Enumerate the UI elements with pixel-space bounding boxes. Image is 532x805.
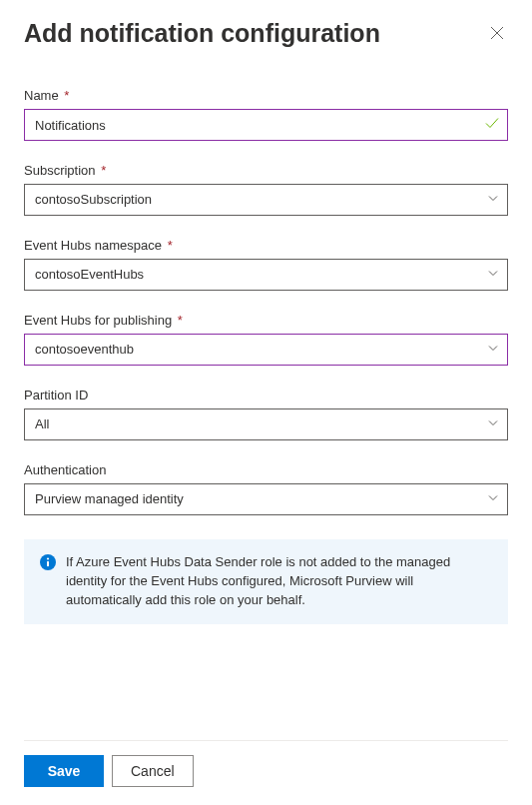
close-icon <box>490 26 504 40</box>
name-input-wrap <box>24 109 508 141</box>
save-button[interactable]: Save <box>24 755 104 787</box>
required-marker: * <box>178 313 183 328</box>
panel-header: Add notification configuration <box>24 18 508 48</box>
subscription-label: Subscription * <box>24 163 508 178</box>
name-field: Name * <box>24 88 508 141</box>
chevron-down-icon <box>487 343 499 358</box>
name-label: Name * <box>24 88 508 103</box>
panel-title: Add notification configuration <box>24 18 380 48</box>
svg-point-1 <box>47 557 49 559</box>
namespace-value: contosoEventHubs <box>25 260 507 290</box>
namespace-select[interactable]: contosoEventHubs <box>24 259 508 291</box>
namespace-field: Event Hubs namespace * contosoEventHubs <box>24 238 508 291</box>
subscription-value: contosoSubscription <box>25 185 507 215</box>
info-icon <box>40 554 56 573</box>
subscription-select[interactable]: contosoSubscription <box>24 184 508 216</box>
add-notification-panel: Add notification configuration Name * Su… <box>0 0 532 805</box>
partition-field: Partition ID All <box>24 388 508 440</box>
auth-value: Purview managed identity <box>25 484 507 514</box>
close-button[interactable] <box>486 22 508 44</box>
required-marker: * <box>64 88 69 103</box>
cancel-button[interactable]: Cancel <box>112 755 194 787</box>
chevron-down-icon <box>487 492 499 507</box>
chevron-down-icon <box>487 193 499 208</box>
partition-label: Partition ID <box>24 388 508 402</box>
svg-rect-2 <box>47 561 49 567</box>
checkmark-icon <box>484 116 500 135</box>
info-text: If Azure Event Hubs Data Sender role is … <box>66 553 492 610</box>
subscription-field: Subscription * contosoSubscription <box>24 163 508 216</box>
required-marker: * <box>168 238 173 253</box>
info-box: If Azure Event Hubs Data Sender role is … <box>24 539 508 624</box>
chevron-down-icon <box>487 268 499 283</box>
required-marker: * <box>101 163 106 178</box>
namespace-label: Event Hubs namespace * <box>24 238 508 253</box>
chevron-down-icon <box>487 417 499 432</box>
auth-field: Authentication Purview managed identity <box>24 462 508 515</box>
partition-select[interactable]: All <box>24 408 508 440</box>
publishing-select[interactable]: contosoeventhub <box>24 334 508 366</box>
publishing-value: contosoeventhub <box>25 335 507 365</box>
form-body: Name * Subscription * contosoSubscriptio… <box>24 88 508 720</box>
auth-label: Authentication <box>24 462 508 477</box>
name-input[interactable] <box>24 109 508 141</box>
publishing-label: Event Hubs for publishing * <box>24 313 508 328</box>
publishing-field: Event Hubs for publishing * contosoevent… <box>24 313 508 366</box>
auth-select[interactable]: Purview managed identity <box>24 483 508 515</box>
panel-footer: Save Cancel <box>24 740 508 805</box>
partition-value: All <box>25 409 507 439</box>
